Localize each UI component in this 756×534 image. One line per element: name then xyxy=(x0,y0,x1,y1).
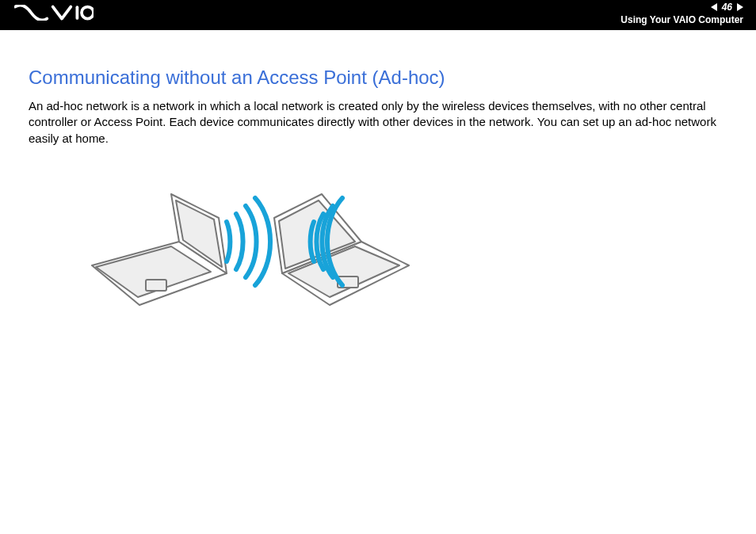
wireless-waves-left-icon xyxy=(227,198,270,285)
svg-rect-6 xyxy=(146,280,166,291)
content-heading: Communicating without an Access Point (A… xyxy=(29,67,727,89)
section-title: Using Your VAIO Computer xyxy=(620,14,743,25)
page-navigator: 46 xyxy=(711,2,743,13)
svg-point-1 xyxy=(82,7,94,19)
page-number: 46 xyxy=(722,2,732,13)
prev-page-arrow-icon[interactable] xyxy=(711,3,717,11)
adhoc-diagram xyxy=(76,170,417,329)
svg-rect-0 xyxy=(76,6,79,20)
laptop-right-icon xyxy=(274,194,409,305)
content-paragraph: An ad-hoc network is a network in which … xyxy=(29,98,727,147)
page-content: Communicating without an Access Point (A… xyxy=(0,30,756,329)
header-meta: 46 Using Your VAIO Computer xyxy=(620,2,743,25)
next-page-arrow-icon[interactable] xyxy=(737,3,743,11)
vaio-logo xyxy=(14,0,94,25)
laptop-left-icon xyxy=(92,194,227,305)
page-header: 46 Using Your VAIO Computer xyxy=(0,0,756,30)
